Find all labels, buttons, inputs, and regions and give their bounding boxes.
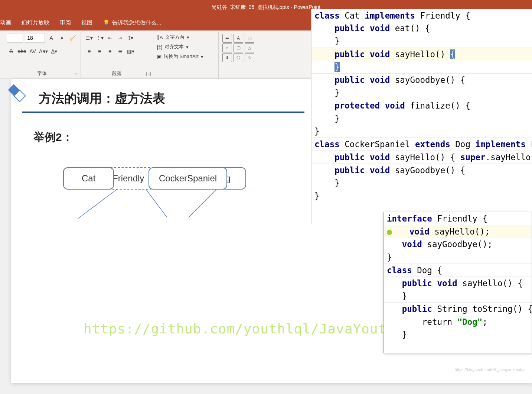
- text-direction-icon: ‖A: [157, 35, 163, 40]
- change-case-button[interactable]: Aa▾: [39, 47, 48, 56]
- shape-rect-icon[interactable]: ▭: [245, 34, 254, 43]
- smartart-icon: ▣: [157, 54, 161, 59]
- node-cat[interactable]: Cat: [63, 167, 114, 190]
- bullets-button[interactable]: ☰▾: [85, 33, 94, 42]
- shape-circle-icon[interactable]: ○: [222, 43, 232, 52]
- shape-arrowdown-icon[interactable]: ⬇: [222, 53, 232, 62]
- align-text-button[interactable]: [‡]对齐文本 ▾: [157, 43, 215, 50]
- align-center-button[interactable]: ≡: [95, 47, 104, 56]
- tell-me-search[interactable]: 💡 告诉我您想做什么...: [103, 19, 161, 26]
- class-diagram[interactable]: Friendly Dog Cat CockerSpaniel: [41, 167, 264, 260]
- shrink-font-button[interactable]: A: [58, 33, 66, 42]
- align-right-button[interactable]: ≡: [105, 47, 114, 56]
- justify-button[interactable]: ≣: [116, 47, 125, 56]
- shapes-group: ⬅ A ▭ ○ ▢ △ ⬇ ⬠ ☆: [218, 32, 255, 78]
- menu-slideshow[interactable]: 幻灯片放映: [22, 19, 49, 26]
- strikethrough2-button[interactable]: abc: [17, 47, 26, 56]
- grow-font-button[interactable]: A: [47, 33, 56, 42]
- font-color-button[interactable]: A▾: [50, 47, 59, 56]
- char-spacing-button[interactable]: AV: [28, 47, 37, 56]
- csdn-watermark: https://blog.csdn.net/Mr_tianyanxiaoba: [455, 367, 525, 372]
- smartart-group: ‖A文字方向 ▾ [‡]对齐文本 ▾ ▣转换为 SmartArt ▾: [153, 32, 218, 78]
- clear-format-button[interactable]: 🧹: [68, 33, 77, 42]
- watermark-link: https://github.com/youthlql/JavaYouth: [84, 321, 395, 336]
- font-size-input[interactable]: 18: [25, 33, 45, 43]
- text-direction-button[interactable]: ‖A文字方向 ▾: [157, 34, 215, 41]
- lightbulb-icon: 💡: [103, 19, 110, 26]
- strikethrough-button[interactable]: S: [7, 47, 16, 56]
- menu-view[interactable]: 视图: [81, 19, 92, 26]
- shape-textbox-icon[interactable]: A: [234, 34, 243, 43]
- shape-pentagon-icon[interactable]: ⬠: [234, 53, 243, 62]
- align-text-icon: [‡]: [157, 44, 162, 50]
- align-left-button[interactable]: ≡: [85, 47, 94, 56]
- decrease-indent-button[interactable]: ⇤: [105, 33, 114, 42]
- node-cockerspaniel[interactable]: CockerSpaniel: [148, 167, 227, 190]
- intention-bulb-icon[interactable]: [387, 230, 392, 235]
- shape-star-icon[interactable]: ☆: [245, 53, 254, 62]
- code-editor-top[interactable]: class Cat implements Friendly { public v…: [311, 9, 532, 224]
- shape-arrow-icon[interactable]: ⬅: [222, 34, 232, 43]
- shape-triangle-icon[interactable]: △: [245, 43, 254, 52]
- paragraph-group: ☰▾ ⋮▾ ⇤ ⇥ ‡▾ ≡ ≡ ≡ ≣ ▥▾ 段落 ⤡: [81, 32, 153, 78]
- columns-button[interactable]: ▥▾: [126, 47, 135, 56]
- menu-review[interactable]: 审阅: [60, 19, 71, 26]
- paragraph-dialog-launcher[interactable]: ⤡: [146, 72, 151, 76]
- font-group: 18 A A 🧹 S abc AV Aa▾ A▾ 字体 ⤡: [3, 32, 81, 78]
- shape-roundrect-icon[interactable]: ▢: [234, 43, 243, 52]
- line-spacing-button[interactable]: ‡▾: [126, 33, 135, 42]
- convert-smartart-button[interactable]: ▣转换为 SmartArt ▾: [157, 53, 215, 60]
- increase-indent-button[interactable]: ⇥: [116, 33, 125, 42]
- numbering-button[interactable]: ⋮▾: [95, 33, 104, 42]
- font-dialog-launcher[interactable]: ⤡: [74, 72, 78, 76]
- slide-title-icon: [8, 84, 26, 102]
- menu-animation[interactable]: 动画: [0, 19, 11, 26]
- font-name-input[interactable]: [7, 33, 23, 43]
- code-editor-bottom[interactable]: interface Friendly { void sayHello(); vo…: [384, 212, 532, 353]
